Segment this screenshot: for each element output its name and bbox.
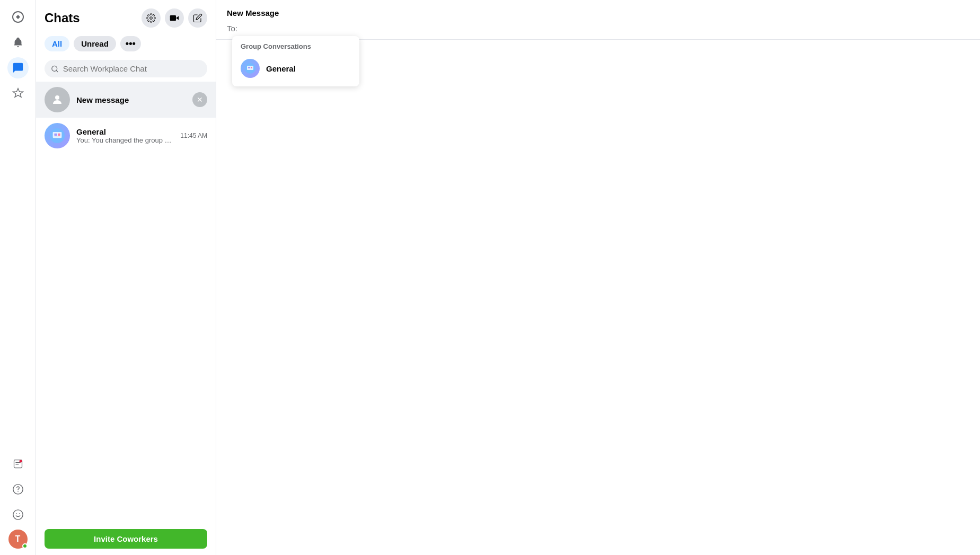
svg-point-4 [17,491,18,492]
dropdown-item-general[interactable]: General [232,55,359,82]
sidebar: Chats All Unr [36,0,216,555]
new-message-title: New Message [227,8,969,17]
tab-more[interactable]: ••• [120,36,141,51]
video-button[interactable] [165,8,184,28]
nav-bar: T [0,0,36,555]
sidebar-title: Chats [45,11,80,25]
bell-icon[interactable] [7,32,29,53]
tools-icon[interactable] [7,83,29,104]
to-label: To: [227,24,237,33]
sidebar-actions [142,8,207,28]
general-chat-name: General [76,127,174,136]
filter-tabs: All Unread ••• [36,32,216,56]
svg-rect-14 [54,134,57,136]
user-avatar[interactable]: T [8,530,28,549]
recipient-dropdown: Group Conversations General [232,36,359,86]
invite-btn-wrap: Invite Coworkers [36,523,216,555]
general-chat-avatar [45,123,70,148]
search-input-wrap[interactable] [45,60,207,77]
svg-marker-8 [176,16,179,20]
new-message-avatar [45,87,70,112]
search-input[interactable] [63,64,201,73]
svg-rect-9 [170,15,176,21]
settings-button[interactable] [142,8,161,28]
svg-point-7 [19,513,20,514]
svg-point-6 [16,513,17,514]
svg-point-2 [19,460,22,463]
sidebar-header: Chats [36,0,216,32]
feedback-icon[interactable] [7,453,29,474]
help-icon[interactable] [7,479,29,500]
svg-point-11 [55,95,59,100]
dropdown-item-name: General [266,64,296,73]
search-icon [51,65,59,73]
main-content: New Message To: Group Conversations Gene… [216,0,980,555]
dropdown-section-label: Group Conversations [232,40,359,55]
tab-unread[interactable]: Unread [74,36,116,51]
new-message-label: New message [76,95,186,104]
tab-all[interactable]: All [45,36,69,51]
new-message-item[interactable]: New message ✕ [36,82,216,118]
compose-button[interactable] [188,8,207,28]
svg-point-5 [13,510,22,519]
to-row: To: [227,24,969,33]
status-dot [22,543,28,549]
chat-icon[interactable] [7,57,29,78]
general-chat-time: 11:45 AM [180,132,207,139]
general-chat-preview: You: You changed the group photo. [76,136,174,144]
invite-coworkers-button[interactable]: Invite Coworkers [45,529,207,549]
workplace-logo-icon[interactable] [7,6,29,28]
to-input[interactable] [242,24,969,33]
dropdown-general-avatar [241,59,260,78]
nav-bottom: T [7,453,29,549]
chat-item-general[interactable]: General You: You changed the group photo… [36,118,216,154]
search-bar [36,56,216,82]
svg-rect-19 [248,67,250,68]
close-new-message-button[interactable]: ✕ [192,92,207,107]
svg-rect-15 [58,134,60,136]
new-message-header: New Message To: [216,0,980,40]
svg-rect-16 [54,136,60,137]
general-chat-info: General You: You changed the group photo… [76,127,174,144]
svg-rect-20 [251,67,252,68]
emoji-icon[interactable] [7,504,29,525]
